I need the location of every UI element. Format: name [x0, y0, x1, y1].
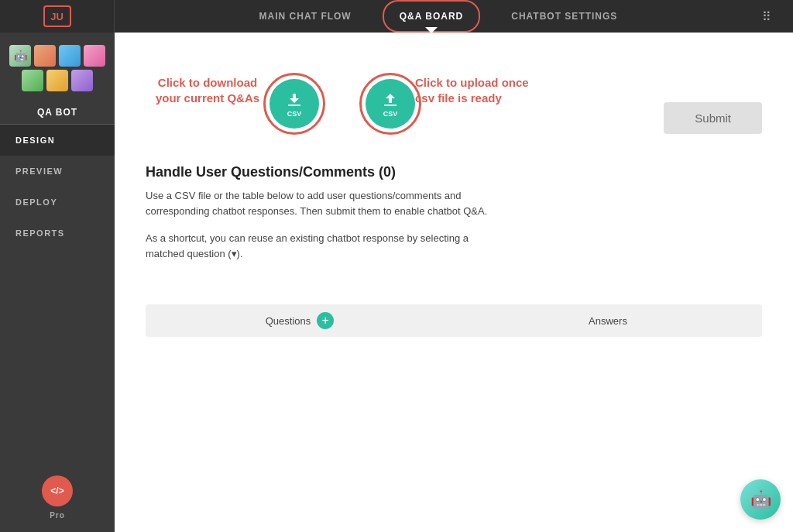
download-csv-circle: CSV	[269, 79, 319, 129]
avatar-5	[46, 70, 68, 91]
robot-chat-icon[interactable]: 🤖	[740, 479, 781, 520]
nav-main-chat-flow[interactable]: MAIN CHAT FLOW	[228, 0, 383, 33]
avatar-4	[22, 70, 43, 91]
sidebar-item-design[interactable]: DESIGN	[0, 125, 115, 156]
bot-name: QA BOT	[0, 99, 115, 125]
table-header: Questions + Answers	[146, 304, 762, 337]
avatar-robot: 🤖	[9, 45, 31, 67]
handle-description-1: Use a CSV file or the table below to add…	[146, 188, 502, 218]
upload-csv-wrapper: CSV Click to upload once csv file is rea…	[366, 79, 415, 129]
sidebar-item-deploy[interactable]: DEPLOY	[0, 187, 115, 218]
csv-area: Click to download your current Q&As CSV	[115, 33, 793, 164]
pro-label: Pro	[50, 511, 65, 520]
handle-description-2: As a shortcut, you can reuse an existing…	[146, 231, 502, 261]
avatar-6	[71, 70, 93, 91]
upload-csv-circle: CSV	[366, 79, 415, 129]
answers-column-header: Answers	[454, 315, 762, 327]
avatar-1	[34, 45, 56, 67]
sidebar-bottom: </> Pro	[0, 463, 115, 532]
questions-column-header: Questions +	[146, 312, 454, 329]
sidebar-item-reports[interactable]: REPORTS	[0, 218, 115, 249]
download-csv-button[interactable]: CSV	[269, 79, 319, 129]
nav-items: MAIN CHAT FLOW Q&A BOARD CHATBOT SETTING…	[115, 0, 762, 33]
download-csv-label: CSV	[287, 110, 302, 118]
upload-csv-label: CSV	[383, 110, 398, 118]
qa-table: Questions + Answers	[146, 304, 762, 337]
top-nav: JU MAIN CHAT FLOW Q&A BOARD CHATBOT SETT…	[0, 0, 793, 33]
sidebar: 🤖 QA BOT DESIGN PREVIEW DEPLOY REPORTS <…	[0, 33, 115, 532]
nav-chatbot-settings[interactable]: CHATBOT SETTINGS	[480, 0, 648, 33]
upload-annotation: Click to upload once csv file is ready	[415, 75, 570, 105]
code-button[interactable]: </>	[42, 475, 73, 506]
content-area: Click to download your current Q&As CSV	[115, 33, 793, 532]
download-annotation: Click to download your current Q&As	[146, 75, 269, 105]
avatar-group: 🤖	[0, 33, 115, 99]
logo-area: JU	[0, 0, 115, 33]
add-question-button[interactable]: +	[317, 312, 334, 329]
download-icon	[285, 91, 304, 109]
avatar-2	[59, 45, 81, 67]
handle-title: Handle User Questions/Comments (0)	[146, 164, 762, 180]
download-csv-wrapper: Click to download your current Q&As CSV	[269, 79, 319, 129]
upload-csv-button[interactable]: CSV	[366, 79, 415, 129]
grid-icon[interactable]: ⠿	[762, 9, 787, 24]
logo: JU	[43, 5, 71, 27]
upload-icon	[381, 91, 400, 109]
main-layout: 🤖 QA BOT DESIGN PREVIEW DEPLOY REPORTS <…	[0, 33, 793, 532]
avatar-3	[84, 45, 105, 67]
sidebar-item-preview[interactable]: PREVIEW	[0, 156, 115, 187]
nav-qa-board[interactable]: Q&A BOARD	[383, 0, 481, 33]
handle-section: Submit Handle User Questions/Comments (0…	[115, 164, 793, 289]
